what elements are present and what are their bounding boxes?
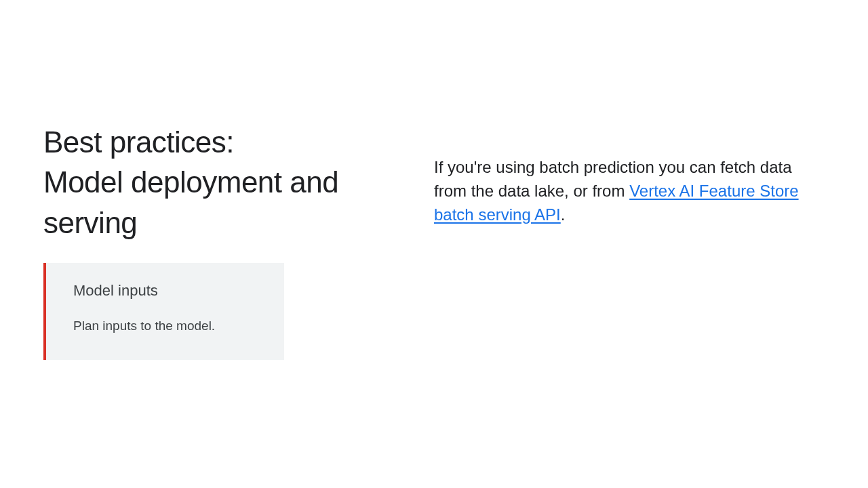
highlight-card: Model inputs Plan inputs to the model. [43,263,284,360]
right-column: If you're using batch prediction you can… [434,0,868,488]
title-line-1: Best practices: [43,125,234,159]
body-text-after: . [561,205,566,224]
card-description: Plan inputs to the model. [73,317,260,336]
title-line-2: Model deployment and serving [43,165,338,239]
card-heading: Model inputs [73,282,260,300]
body-paragraph: If you're using batch prediction you can… [434,156,827,226]
page-title: Best practices: Model deployment and ser… [43,122,393,243]
left-column: Best practices: Model deployment and ser… [0,0,434,488]
